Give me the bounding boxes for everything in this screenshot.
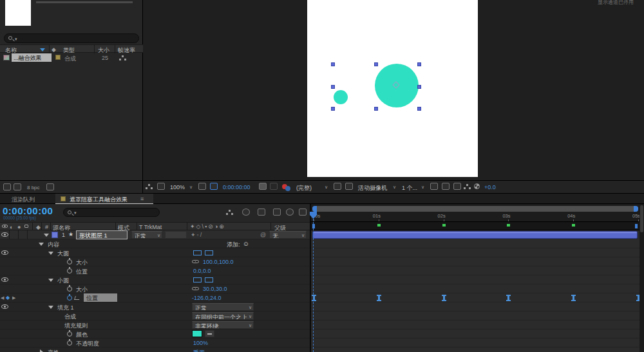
resolution-select[interactable]: (完整) [296,184,312,192]
property-row-big-circle[interactable]: 大圆 [0,248,310,257]
fill-rule-select[interactable]: 非零环绕∨ [192,321,254,329]
property-row-fill[interactable]: 填充 1 正常∨ [0,302,310,311]
layer-row[interactable]: 1 ★ 形状图层 1 正常∨ ✦◦/ @ 无∨ [0,230,310,239]
property-label-selected[interactable]: 位置 [84,293,117,302]
mini-flowchart-icon[interactable] [148,184,150,186]
group-eye-icon[interactable] [1,250,8,255]
layer-duration-bar[interactable] [312,231,638,239]
exposure-value[interactable]: +0.0 [484,184,496,190]
fill-color-swatch[interactable] [192,330,202,337]
viewer-timecode[interactable]: 0:00:00:00 [223,184,251,190]
current-timecode[interactable]: 0:00:00:00 [3,205,53,216]
composition-stage[interactable] [307,0,478,177]
vertical-scrollbar[interactable] [639,204,644,352]
chevron-down-icon[interactable]: ∨ [393,185,396,190]
stopwatch-icon[interactable] [67,340,72,346]
comp-flowchart-icon[interactable] [466,184,468,186]
property-value[interactable]: -126.0,24.0 [192,295,222,301]
time-ruler[interactable]: :00s01s02s03s04s05s [311,204,639,222]
show-channels-icon[interactable] [285,186,290,191]
position-keyframe-icon[interactable] [442,295,446,301]
stopwatch-icon[interactable] [67,259,72,264]
grid-guides-icon[interactable] [198,183,206,190]
property-row-transform[interactable]: 变换 重置 [0,347,310,352]
trkmat-select[interactable] [165,231,187,239]
group-eye-icon[interactable] [1,277,8,282]
scrollbar-thumb[interactable] [640,205,643,232]
property-value[interactable]: 30.0,30.0 [203,286,227,292]
thumbnail-view-icon[interactable] [14,183,21,190]
ruler-tick-label[interactable]: 03s [502,213,510,219]
stopwatch-icon-active[interactable] [67,295,72,301]
target-region-icon[interactable] [334,183,341,190]
show-snapshot-icon[interactable] [270,183,278,190]
property-row-position-animated[interactable]: ◀ ◆ ▶ 位置 -126.0,24.0 [0,293,310,302]
graph-icon[interactable] [74,296,80,300]
zoom-select[interactable]: 100% [170,184,185,190]
property-row-composite[interactable]: 合成 在同组中前一个之上∨ [0,311,310,320]
transparency-grid-icon[interactable] [345,183,353,190]
reset-button[interactable]: 重置 [193,349,205,352]
property-value[interactable]: 100.0,100.0 [203,259,234,265]
column-trkmat[interactable]: T TrkMat [139,224,162,230]
property-row-size[interactable]: 大小 30.0,30.0 [0,284,310,293]
position-keyframe-icon[interactable] [506,295,511,301]
list-view-icon[interactable] [3,183,11,190]
shape-direction-icon[interactable] [193,277,202,283]
timeline-nav-icon[interactable] [453,183,461,190]
project-item-row[interactable]: ...融合效果 合成 25 [0,53,143,62]
property-value[interactable]: 0.0,0.0 [193,268,211,274]
composite-select[interactable]: 在同组中前一个之上∨ [192,312,254,320]
label-column-icon[interactable]: ◆ [52,46,56,53]
timeline-search-input[interactable]: ▾ [63,208,160,217]
selection-handle[interactable] [417,107,421,111]
frame-blend-icon[interactable] [273,208,281,216]
shape-operation-icon[interactable] [205,250,213,255]
chevron-down-icon[interactable]: ∨ [421,185,424,190]
playhead-line[interactable] [313,212,314,352]
property-row-color[interactable]: 颜色 [0,329,310,338]
chevron-down-icon[interactable]: ∨ [189,185,193,190]
selection-handle[interactable] [374,62,378,66]
chevron-down-icon[interactable]: ∨ [325,185,328,190]
green-marker[interactable] [507,224,510,227]
selection-handle[interactable] [331,62,335,66]
selection-handle[interactable] [417,62,421,66]
next-keyframe-icon[interactable]: ▶ [12,295,15,301]
eyedropper-icon[interactable] [205,330,214,337]
layer-label-swatch[interactable] [52,232,58,238]
label-color-swatch[interactable] [55,55,61,60]
property-value[interactable]: 100% [193,340,208,346]
blend-mode-select[interactable]: 正常∨ [131,231,162,239]
navigator-end-handle[interactable] [634,206,638,212]
stopwatch-icon[interactable] [67,268,72,273]
ruler-tick-label[interactable]: 02s [438,213,446,219]
keyframe-diamond-icon[interactable]: ◆ [6,295,10,301]
shy-layers-icon[interactable] [258,208,265,216]
twirl-icon[interactable] [48,279,53,282]
panel-menu-icon[interactable]: ≡ [140,196,144,202]
project-item-name[interactable]: ...融合效果 [12,53,52,62]
stopwatch-icon[interactable] [67,286,72,292]
twirl-icon[interactable] [48,306,53,309]
monitor-icon[interactable] [157,183,165,190]
tab-composition[interactable]: 遮罩阻塞工具融合效果 ≡ [55,194,153,204]
selection-handle[interactable] [374,107,378,111]
shape-direction-icon[interactable] [193,250,202,255]
selection-handle[interactable] [331,85,335,89]
green-marker[interactable] [572,224,575,227]
selection-handle[interactable] [331,107,335,111]
selection-handle[interactable] [417,85,421,89]
live-update-icon[interactable] [242,208,250,216]
parent-select[interactable]: 无∨ [269,231,307,239]
time-navigator-bar[interactable] [312,206,638,212]
position-keyframe-icon[interactable] [377,295,381,301]
new-folder-icon[interactable] [46,183,54,190]
pixel-aspect-icon[interactable] [430,183,438,190]
tab-render-queue[interactable]: 渲染队列 [12,196,35,204]
twirl-icon[interactable] [40,349,43,352]
fill-blend-mode-select[interactable]: 正常∨ [192,303,254,311]
twirl-icon[interactable] [39,243,44,246]
link-dimensions-icon[interactable] [192,287,199,290]
layer-name-field[interactable]: 形状图层 1 [76,230,128,239]
